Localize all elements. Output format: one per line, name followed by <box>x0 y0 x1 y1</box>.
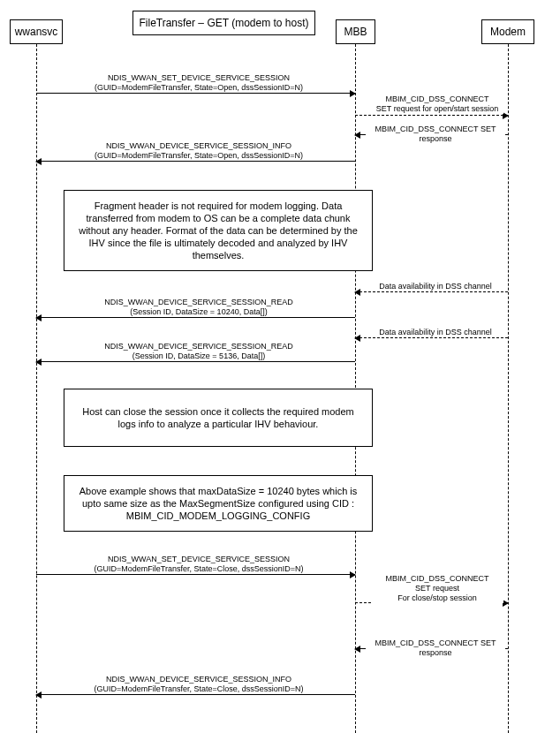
text: NDIS_WWAN_DEVICE_SERVICE_SESSION_INFO <box>106 141 291 150</box>
title-box: FileTransfer – GET (modem to host) <box>132 11 315 35</box>
actor-modem: Modem <box>481 19 534 44</box>
text: SET request <box>415 584 459 593</box>
text: For close/stop session <box>397 593 477 602</box>
text: NDIS_WWAN_SET_DEVICE_SERVICE_SESSION <box>108 73 290 82</box>
note-close-session: Host can close the session once it colle… <box>64 389 373 447</box>
text: (GUID=ModemFileTransfer, State=Close, ds… <box>94 564 303 573</box>
note-maxdatasize: Above example shows that maxDataSize = 1… <box>64 475 373 532</box>
text: NDIS_WWAN_DEVICE_SERVICE_SESSION_INFO <box>106 675 291 684</box>
arrow-m7 <box>355 337 508 338</box>
arrow-m12 <box>36 694 355 695</box>
note-fragment-header: Fragment header is not required for mode… <box>64 190 373 271</box>
text: MBIM_CID_DSS_CONNECT <box>385 94 488 103</box>
arrow-m9 <box>36 574 355 575</box>
label-m7: Data availability in DSS channel <box>378 328 493 337</box>
arrow-m4 <box>36 161 355 162</box>
text: (Session ID, DataSize = 5136, Data[]) <box>132 351 265 360</box>
actor-wwansvc: wwansvc <box>10 19 63 44</box>
text: (GUID=ModemFileTransfer, State=Close, ds… <box>94 684 303 693</box>
text: (GUID=ModemFileTransfer, State=Open, dss… <box>95 151 303 160</box>
label-m3: MBIM_CID_DSS_CONNECT SET response <box>366 125 505 144</box>
text: NDIS_WWAN_SET_DEVICE_SERVICE_SESSION <box>108 555 290 563</box>
text: NDIS_WWAN_DEVICE_SERVICE_SESSION_READ <box>104 298 293 306</box>
lifeline-wwansvc <box>36 44 37 733</box>
label-m4: NDIS_WWAN_DEVICE_SERVICE_SESSION_INFO (G… <box>71 141 327 161</box>
arrow-m5 <box>355 291 508 292</box>
label-m12: NDIS_WWAN_DEVICE_SERVICE_SESSION_INFO (G… <box>71 675 327 694</box>
label-m9: NDIS_WWAN_SET_DEVICE_SERVICE_SESSION (GU… <box>71 555 327 574</box>
text: (Session ID, DataSize = 10240, Data[]) <box>130 307 267 316</box>
arrow-m1 <box>36 93 355 94</box>
actor-mbb: MBB <box>336 19 375 44</box>
arrow-m6 <box>36 317 355 318</box>
label-m10: MBIM_CID_DSS_CONNECT SET request For clo… <box>371 574 503 603</box>
label-m2: MBIM_CID_DSS_CONNECT SET request for ope… <box>371 94 503 114</box>
lifeline-modem <box>508 44 509 733</box>
text: MBIM_CID_DSS_CONNECT <box>385 574 488 583</box>
label-m1: NDIS_WWAN_SET_DEVICE_SERVICE_SESSION (GU… <box>71 73 327 93</box>
arrow-m2 <box>355 115 508 116</box>
label-m6: NDIS_WWAN_DEVICE_SERVICE_SESSION_READ (S… <box>71 298 327 317</box>
label-m5: Data availability in DSS channel <box>378 282 493 291</box>
text: NDIS_WWAN_DEVICE_SERVICE_SESSION_READ <box>104 342 293 351</box>
text: SET request for open/start session <box>376 104 498 113</box>
arrow-m8 <box>36 361 355 362</box>
text: (GUID=ModemFileTransfer, State=Open, dss… <box>95 83 303 92</box>
label-m8: NDIS_WWAN_DEVICE_SERVICE_SESSION_READ (S… <box>71 342 327 361</box>
label-m11: MBIM_CID_DSS_CONNECT SET response <box>366 639 505 658</box>
